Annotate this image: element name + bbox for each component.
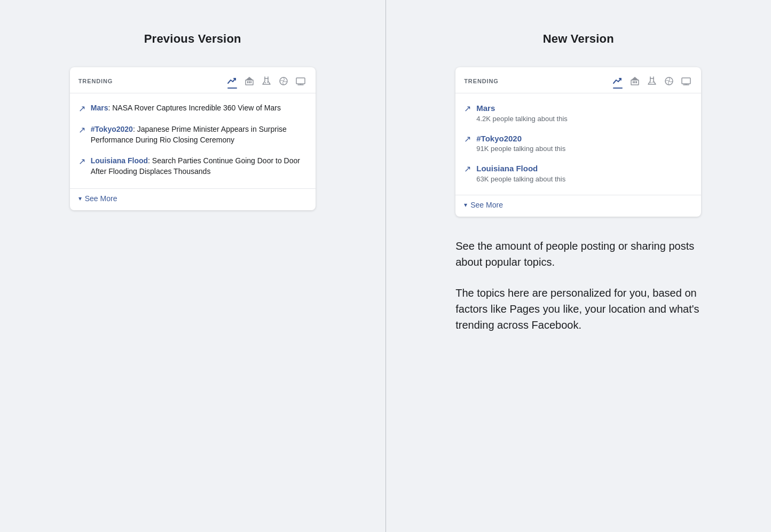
svg-rect-13 <box>633 81 634 83</box>
previous-trending-label: TRENDING <box>78 78 113 84</box>
new-trend-arrow-3: ↗ <box>464 164 471 174</box>
trend-arrow-1: ↗ <box>78 104 85 114</box>
new-trending-label: TRENDING <box>464 78 498 84</box>
new-trend-arrow-2: ↗ <box>464 134 471 144</box>
previous-item-3-link[interactable]: Louisiana Flood <box>91 156 148 165</box>
new-trending-items: ↗ Mars 4.2K people talking about this ↗ … <box>455 93 701 193</box>
previous-item-2-content: #Tokyo2020: Japanese Prime Minister Appe… <box>91 124 307 145</box>
new-see-more-arrow-icon: ▾ <box>464 201 467 209</box>
new-trending-card: TRENDING <box>455 67 701 217</box>
new-science-icon[interactable] <box>646 75 658 88</box>
new-see-more-button[interactable]: See More <box>470 201 503 209</box>
new-item-1-topic: Mars <box>476 103 693 114</box>
previous-item-1-text: Mars: NASA Rover Captures Incredible 360… <box>91 104 281 112</box>
svg-rect-14 <box>634 81 635 83</box>
svg-marker-16 <box>631 77 639 80</box>
svg-rect-2 <box>249 81 250 83</box>
new-item-2-count: 91K people talking about this <box>476 145 693 153</box>
previous-item-1-desc: : NASA Rover Captures Incredible 360 Vie… <box>108 104 280 112</box>
new-government-icon[interactable] <box>628 75 641 88</box>
new-description-block: See the amount of people posting or shar… <box>455 238 701 348</box>
trending-all-icon[interactable] <box>226 75 239 88</box>
new-description-para-2: The topics here are personalized for you… <box>455 285 701 333</box>
new-version-panel: New Version TRENDING <box>386 0 772 532</box>
entertainment-icon[interactable] <box>294 75 307 88</box>
previous-see-more-button[interactable]: See More <box>85 194 117 203</box>
svg-marker-4 <box>246 77 253 80</box>
svg-rect-15 <box>636 81 637 83</box>
new-description-para-1: See the amount of people posting or shar… <box>455 238 701 270</box>
previous-version-title: Previous Version <box>144 32 241 46</box>
new-version-title: New Version <box>543 32 614 46</box>
svg-point-19 <box>652 82 654 83</box>
science-icon[interactable] <box>260 75 273 88</box>
previous-item-1-link[interactable]: Mars <box>91 104 108 112</box>
new-trending-header: TRENDING <box>455 67 701 93</box>
svg-point-18 <box>650 82 651 83</box>
new-item-3[interactable]: ↗ Louisiana Flood 63K people talking abo… <box>455 158 701 188</box>
new-item-3-topic: Louisiana Flood <box>476 163 693 174</box>
new-trend-arrow-1: ↗ <box>464 104 471 114</box>
new-item-2-topic: #Tokyo2020 <box>476 133 693 144</box>
previous-item-1[interactable]: ↗ Mars: NASA Rover Captures Incredible 3… <box>70 98 316 119</box>
new-trending-icons <box>611 75 693 88</box>
previous-item-2-text: #Tokyo2020: Japanese Prime Minister Appe… <box>91 125 287 144</box>
previous-version-panel: Previous Version TRENDING <box>0 0 385 532</box>
previous-trending-items: ↗ Mars: NASA Rover Captures Incredible 3… <box>70 93 316 186</box>
previous-item-2[interactable]: ↗ #Tokyo2020: Japanese Prime Minister Ap… <box>70 119 316 150</box>
sports-icon[interactable] <box>277 75 290 88</box>
previous-item-3[interactable]: ↗ Louisiana Flood: Search Parties Contin… <box>70 150 316 182</box>
new-entertainment-icon[interactable] <box>680 75 693 88</box>
trend-arrow-2: ↗ <box>78 125 85 135</box>
new-item-1[interactable]: ↗ Mars 4.2K people talking about this <box>455 98 701 128</box>
trend-arrow-3: ↗ <box>78 156 85 166</box>
previous-item-3-content: Louisiana Flood: Search Parties Continue… <box>91 156 307 177</box>
new-item-1-count: 4.2K people talking about this <box>476 115 693 123</box>
new-trending-all-icon[interactable] <box>611 75 624 88</box>
new-see-more-row: ▾ See More <box>455 195 701 217</box>
previous-trending-header: TRENDING <box>70 67 316 93</box>
government-icon[interactable] <box>243 75 256 88</box>
previous-item-1-content: Mars: NASA Rover Captures Incredible 360… <box>91 103 307 114</box>
svg-rect-21 <box>682 78 690 84</box>
previous-item-3-text: Louisiana Flood: Search Parties Continue… <box>91 156 300 176</box>
previous-trending-icons <box>226 75 307 88</box>
svg-rect-9 <box>296 78 305 84</box>
svg-rect-3 <box>250 81 251 83</box>
new-item-3-count: 63K people talking about this <box>476 175 693 183</box>
new-item-2-content: #Tokyo2020 91K people talking about this <box>476 133 693 153</box>
previous-trending-card: TRENDING <box>70 67 316 210</box>
new-item-3-content: Louisiana Flood 63K people talking about… <box>476 163 693 183</box>
svg-point-6 <box>265 82 266 83</box>
previous-item-2-link[interactable]: #Tokyo2020 <box>91 125 133 133</box>
previous-see-more-row: ▾ See More <box>70 188 316 210</box>
svg-point-7 <box>267 82 268 83</box>
new-sports-icon[interactable] <box>663 75 675 88</box>
svg-rect-1 <box>247 81 248 83</box>
new-item-2[interactable]: ↗ #Tokyo2020 91K people talking about th… <box>455 128 701 158</box>
previous-see-more-arrow-icon: ▾ <box>78 195 82 202</box>
new-item-1-content: Mars 4.2K people talking about this <box>476 103 693 123</box>
